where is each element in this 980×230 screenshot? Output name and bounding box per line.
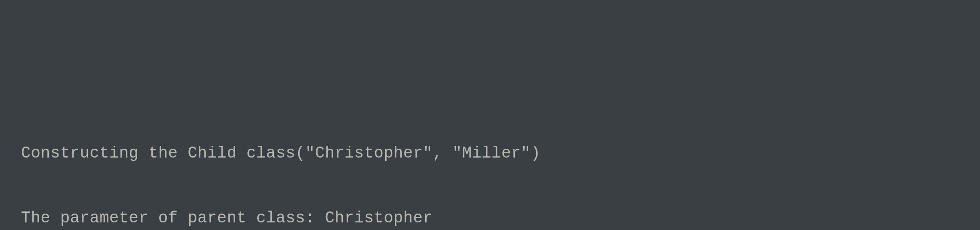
terminal-line: Constructing the Child class("Christophe… (21, 142, 959, 164)
terminal-output: Constructing the Child class("Christophe… (21, 99, 959, 230)
terminal-line: The parameter of parent class: Christoph… (21, 207, 959, 229)
